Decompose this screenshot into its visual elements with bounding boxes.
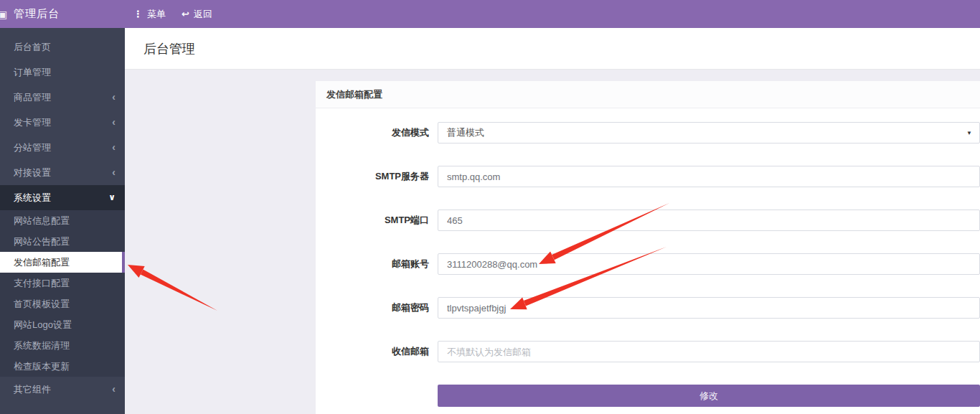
chevron-down-icon: ∨ [108,185,116,210]
mail-config-form: 发信模式 普通模式 ▼ SMTP服务器 SMTP端口 [316,108,980,407]
field-label: 邮箱密码 [316,301,429,314]
submenu-item-check-update[interactable]: 检查版本更新 [0,356,125,377]
form-row-mail-account: 邮箱账号 [316,253,980,275]
submit-button[interactable]: 修改 [438,385,980,407]
submenu-item-payment-config[interactable]: 支付接口配置 [0,273,125,293]
form-row-smtp-server: SMTP服务器 [316,166,980,187]
menu-toggle-button[interactable]: ⋮ 菜单 [133,8,166,21]
submenu-item-data-cleanup[interactable]: 系统数据清理 [0,335,125,356]
chevron-left-icon: ‹ [112,135,116,160]
back-arrow-icon: ↩ [182,9,189,19]
submenu-item-home-template[interactable]: 首页模板设置 [0,293,125,314]
submenu-item-site-logo[interactable]: 网站Logo设置 [0,314,125,335]
smtp-server-input[interactable] [438,166,980,187]
field-label: 发信模式 [316,126,429,139]
page-header: 后台管理 [125,28,980,70]
chevron-left-icon: ‹ [112,85,116,110]
sidebar-item-label: 对接设置 [14,167,51,178]
menu-label: 菜单 [147,8,166,21]
sidebar-item-label: 后台首页 [14,42,51,52]
form-row-smtp-port: SMTP端口 [316,210,980,231]
brand-title: 管理后台 [14,7,60,21]
sidebar-item-label: 系统设置 [14,192,51,203]
sidebar-item-orders[interactable]: ≡ 订单管理 [0,60,125,85]
receive-mail-input[interactable] [438,341,980,362]
topbar-nav: ⋮ 菜单 ↩ 返回 [133,8,212,21]
menu-icon: ⋮ [133,9,143,19]
chevron-left-icon: ‹ [112,377,116,402]
content-area: 发信邮箱配置 发信模式 普通模式 ▼ SMTP服务器 SMTP端口 [125,70,980,414]
system-settings-submenu: 网站信息配置 网站公告配置 发信邮箱配置 支付接口配置 首页模板设置 网站Log… [0,210,125,377]
mail-config-card: 发信邮箱配置 发信模式 普通模式 ▼ SMTP服务器 SMTP端口 [316,81,980,414]
form-row-send-mode: 发信模式 普通模式 ▼ [316,122,980,144]
submenu-item-site-notice[interactable]: 网站公告配置 [0,231,125,252]
form-row-receive-mail: 收信邮箱 [316,341,980,362]
sidebar: ⌂ 后台首页 ≡ 订单管理 ▤ 商品管理 ‹ ⊞ 发卡管理 ‹ ⧉ 分站管理 ‹… [0,28,125,414]
back-label: 返回 [194,8,212,21]
sidebar-item-dashboard[interactable]: ⌂ 后台首页 [0,34,125,60]
smtp-port-input[interactable] [438,210,980,231]
topbar: ▣ 管理后台 ⋮ 菜单 ↩ 返回 [0,0,980,28]
field-label: 邮箱账号 [316,258,429,270]
sidebar-item-card-issuing[interactable]: ⊞ 发卡管理 ‹ [0,110,125,135]
sidebar-item-label: 订单管理 [14,67,51,77]
sidebar-item-label: 其它组件 [14,384,51,395]
sidebar-item-substation[interactable]: ⧉ 分站管理 ‹ [0,135,125,160]
sidebar-item-other-components[interactable]: ❖ 其它组件 ‹ [0,377,125,402]
page-title: 后台管理 [143,42,195,56]
sidebar-item-label: 分站管理 [14,142,51,153]
sidebar-item-goods[interactable]: ▤ 商品管理 ‹ [0,85,125,110]
back-button[interactable]: ↩ 返回 [182,8,212,21]
brand: ▣ 管理后台 [0,0,125,28]
form-row-mail-password: 邮箱密码 [316,297,980,319]
field-label: SMTP服务器 [316,170,429,183]
send-mode-select[interactable]: 普通模式 ▼ [438,122,980,144]
sidebar-item-integration[interactable]: ☍ 对接设置 ‹ [0,160,125,185]
send-mode-value: 普通模式 [447,126,484,139]
sidebar-item-system-settings[interactable]: ⚙ 系统设置 ∨ [0,185,125,210]
field-label: SMTP端口 [316,214,429,227]
cube-logo-icon: ▣ [0,9,9,20]
chevron-left-icon: ‹ [112,160,116,185]
submenu-item-site-info[interactable]: 网站信息配置 [0,210,125,231]
mail-password-input[interactable] [438,297,980,319]
sidebar-item-label: 发卡管理 [14,117,51,128]
mail-account-input[interactable] [438,253,980,275]
card-title: 发信邮箱配置 [316,81,980,108]
submenu-item-mail-config[interactable]: 发信邮箱配置 [0,252,125,273]
chevron-left-icon: ‹ [112,110,116,135]
field-label: 收信邮箱 [316,345,429,358]
sidebar-item-label: 商品管理 [14,92,51,103]
caret-down-icon: ▼ [966,130,972,136]
